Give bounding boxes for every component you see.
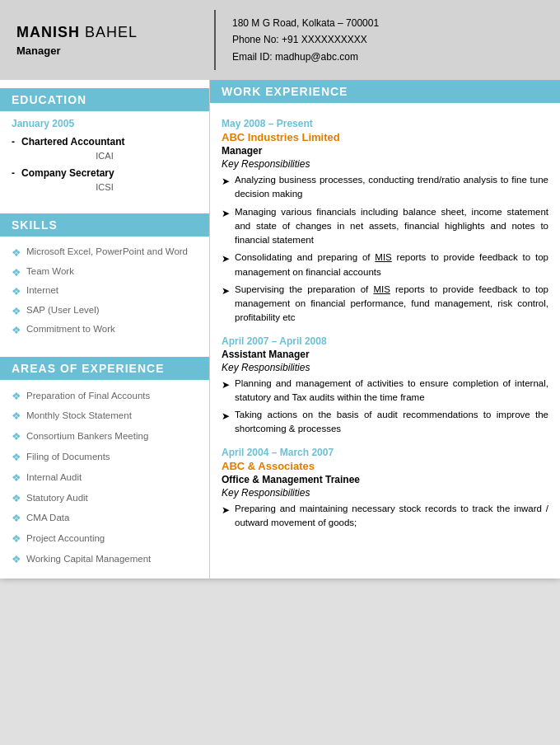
header-left: MANISH BAHEL Manager [0, 0, 214, 80]
area-diamond-1: ❖ [12, 388, 21, 405]
work-period-3: April 2004 – March 2007 [222, 447, 548, 458]
area-label-1: Preparation of Final Accounts [26, 388, 150, 403]
work-bullet-1-2: ➤ Managing various financials including … [222, 205, 548, 248]
work-block-1: May 2008 – Present ABC Industries Limite… [222, 118, 548, 326]
work-text-1-4: Supervising the preparation of MIS repor… [235, 283, 548, 326]
area-diamond-3: ❖ [12, 429, 21, 446]
areas-section: AREAS OF EXPERIENCE ❖ Preparation of Fin… [0, 349, 209, 579]
work-text-1-1: Analyzing business processes, conducting… [235, 173, 548, 202]
body-wrapper: EDUCATION January 2005 - Chartered Accou… [0, 80, 560, 579]
skill-label-1: Microsoft Excel, PowerPoint and Word [26, 245, 188, 259]
area-label-2: Monthly Stock Statement [26, 408, 132, 423]
work-bullet-1-1: ➤ Analyzing business processes, conducti… [222, 173, 548, 202]
work-text-3-1: Preparing and maintaining necessary stoc… [235, 502, 548, 531]
area-item-5: ❖ Internal Audit [0, 468, 209, 489]
work-text-1-2: Managing various financials including ba… [235, 205, 548, 248]
work-arrow-1-2: ➤ [222, 206, 230, 221]
edu-item-2: - Company Secretary [0, 166, 209, 180]
skill-diamond-2: ❖ [12, 265, 21, 281]
work-block-3: April 2004 – March 2007 ABC & Associates… [222, 447, 548, 531]
area-label-7: CMA Data [26, 510, 69, 525]
work-key-resp-1: Key Responsibilities [222, 158, 548, 170]
area-item-4: ❖ Filing of Documents [0, 447, 209, 468]
skill-label-5: Commitment to Work [26, 322, 115, 336]
header-title: Manager [16, 45, 198, 57]
area-item-1: ❖ Preparation of Final Accounts [0, 387, 209, 407]
work-position-1: Manager [222, 145, 548, 157]
skills-section: SKILLS ❖ Microsoft Excel, PowerPoint and… [0, 205, 209, 349]
work-text-2-1: Planning and management of activities to… [235, 377, 548, 405]
work-bullet-2-1: ➤ Planning and management of activities … [222, 377, 548, 405]
work-bullet-1-4: ➤ Supervising the preparation of MIS rep… [222, 283, 548, 326]
header-right: 180 M G Road, Kolkata – 700001 Phone No:… [216, 0, 560, 80]
work-key-resp-2: Key Responsibilities [222, 362, 548, 373]
work-period-2: April 2007 – April 2008 [222, 335, 548, 347]
skill-item-1: ❖ Microsoft Excel, PowerPoint and Word [0, 243, 209, 263]
area-item-8: ❖ Project Accounting [0, 529, 209, 550]
edu-date: January 2005 [0, 118, 209, 129]
area-label-6: Statutory Audit [26, 490, 88, 505]
work-company-3: ABC & Associates [222, 460, 548, 472]
skill-diamond-1: ❖ [12, 245, 21, 261]
edu-dash-2: - [12, 167, 15, 179]
skill-item-2: ❖ Team Work [0, 263, 209, 283]
work-text-1-3: Consolidating and preparing of MIS repor… [235, 251, 548, 279]
work-text-2-2: Taking actions on the basis of audit rec… [235, 408, 548, 437]
work-company-1: ABC Industries Limited [222, 131, 548, 143]
edu-degree-2: Company Secretary [21, 167, 114, 179]
work-position-2: Assistant Manager [222, 349, 548, 360]
work-bullet-3-1: ➤ Preparing and maintaining necessary st… [222, 502, 548, 531]
area-diamond-7: ❖ [12, 510, 21, 527]
area-diamond-9: ❖ [12, 551, 21, 569]
work-block-2: April 2007 – April 2008 Assistant Manage… [222, 335, 548, 437]
work-exp-section: May 2008 – Present ABC Industries Limite… [210, 110, 560, 548]
work-exp-header: WORK EXPERIENCE [210, 80, 560, 103]
work-arrow-2-1: ➤ [222, 377, 230, 392]
skill-item-3: ❖ Internet [0, 282, 209, 302]
education-section: EDUCATION January 2005 - Chartered Accou… [0, 80, 209, 205]
education-header: EDUCATION [0, 88, 209, 111]
last-name: BAHEL [80, 24, 138, 40]
work-bullet-2-2: ➤ Taking actions on the basis of audit r… [222, 408, 548, 437]
area-item-9: ❖ Working Capital Management [0, 550, 209, 570]
header-email: Email ID: madhup@abc.com [232, 49, 544, 65]
work-key-resp-3: Key Responsibilities [222, 487, 548, 499]
work-arrow-3-1: ➤ [222, 503, 230, 518]
skill-diamond-3: ❖ [12, 283, 21, 300]
work-arrow-1-1: ➤ [222, 174, 230, 189]
area-diamond-4: ❖ [12, 449, 21, 466]
skill-diamond-4: ❖ [12, 303, 21, 320]
work-bullet-1-3: ➤ Consolidating and preparing of MIS rep… [222, 251, 548, 279]
first-name: MANISH [16, 24, 80, 40]
area-item-2: ❖ Monthly Stock Statement [0, 406, 209, 427]
areas-header: AREAS OF EXPERIENCE [0, 357, 209, 380]
work-period-1: May 2008 – Present [222, 118, 548, 129]
area-item-6: ❖ Statutory Audit [0, 489, 209, 509]
skill-item-5: ❖ Commitment to Work [0, 321, 209, 340]
area-diamond-2: ❖ [12, 408, 21, 425]
edu-institute-1: ICAI [0, 149, 209, 166]
area-diamond-8: ❖ [12, 531, 21, 548]
skill-diamond-5: ❖ [12, 322, 21, 339]
header-name: MANISH BAHEL [16, 24, 198, 41]
right-column: WORK EXPERIENCE May 2008 – Present ABC I… [210, 80, 560, 579]
area-diamond-6: ❖ [12, 490, 21, 508]
work-arrow-2-2: ➤ [222, 409, 230, 424]
area-item-7: ❖ CMA Data [0, 508, 209, 529]
header-address: 180 M G Road, Kolkata – 700001 [232, 15, 544, 31]
work-arrow-1-3: ➤ [222, 251, 230, 266]
work-arrow-1-4: ➤ [222, 283, 230, 298]
edu-item-1: - Chartered Accountant [0, 134, 209, 149]
area-label-3: Consortium Bankers Meeting [26, 429, 148, 443]
skill-item-4: ❖ SAP (User Level) [0, 302, 209, 321]
header: MANISH BAHEL Manager 180 M G Road, Kolka… [0, 0, 560, 80]
skill-label-2: Team Work [26, 265, 74, 279]
skill-label-3: Internet [26, 283, 58, 298]
left-column: EDUCATION January 2005 - Chartered Accou… [0, 80, 210, 579]
area-diamond-5: ❖ [12, 470, 21, 487]
work-position-3: Office & Management Trainee [222, 474, 548, 485]
area-label-4: Filing of Documents [26, 449, 110, 464]
resume-container: MANISH BAHEL Manager 180 M G Road, Kolka… [0, 0, 560, 579]
edu-degree-1: Chartered Accountant [21, 136, 125, 148]
area-item-3: ❖ Consortium Bankers Meeting [0, 427, 209, 447]
